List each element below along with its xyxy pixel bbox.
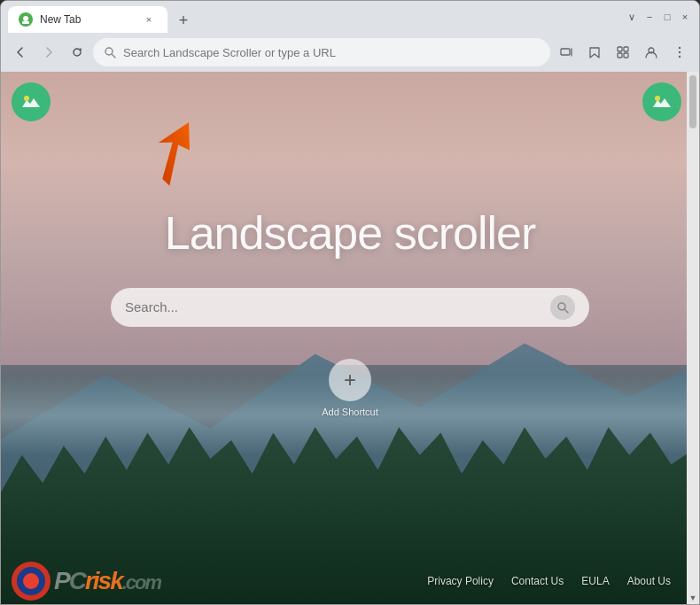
arrow-indicator — [152, 120, 222, 195]
search-input[interactable] — [125, 299, 541, 314]
add-shortcut-circle: + — [329, 359, 371, 401]
landscape-logo-icon — [19, 89, 43, 114]
address-search-icon — [104, 46, 116, 58]
tab-title: New Tab — [40, 13, 134, 26]
tab-close-button[interactable]: × — [141, 12, 157, 27]
privacy-policy-link[interactable]: Privacy Policy — [427, 575, 494, 587]
page-logo-topleft[interactable] — [12, 82, 51, 121]
svg-line-19 — [564, 309, 568, 313]
browser-toolbar — [1, 33, 699, 72]
toolbar-actions — [554, 40, 692, 65]
svg-rect-1 — [22, 21, 29, 24]
footer-brand-text: PCrisk.com — [54, 567, 160, 595]
extensions-button[interactable] — [611, 40, 635, 65]
svg-rect-8 — [624, 53, 628, 58]
scroll-down-arrow[interactable]: ▼ — [687, 592, 699, 604]
scrollbar[interactable]: ▼ — [687, 72, 699, 604]
page-logo-topright[interactable] — [642, 82, 681, 121]
svg-point-15 — [649, 89, 674, 114]
svg-point-14 — [24, 96, 29, 101]
url-input[interactable] — [123, 46, 540, 59]
search-button[interactable] — [550, 295, 575, 320]
address-bar[interactable] — [93, 38, 550, 66]
search-icon — [556, 301, 569, 314]
svg-point-0 — [23, 16, 28, 21]
window-minimize-button[interactable]: − — [642, 10, 657, 24]
svg-point-10 — [679, 47, 681, 49]
eula-link[interactable]: EULA — [581, 575, 609, 587]
search-bar[interactable] — [111, 288, 589, 327]
arrow-icon — [152, 120, 222, 191]
add-shortcut-button[interactable]: + Add Shortcut — [322, 359, 378, 417]
browser-window: New Tab × + ∨ − □ × — [0, 0, 700, 605]
window-maximize-button[interactable]: □ — [660, 10, 674, 24]
contact-us-link[interactable]: Contact Us — [511, 575, 564, 587]
new-tab-button[interactable]: + — [171, 8, 196, 33]
new-tab-page: Landscape scroller + Add Shortcut — [1, 72, 699, 604]
window-close-button[interactable]: × — [678, 10, 692, 24]
browser-content: Landscape scroller + Add Shortcut — [1, 72, 699, 604]
svg-point-11 — [679, 51, 681, 53]
add-shortcut-icon: + — [344, 368, 356, 392]
active-tab[interactable]: New Tab × — [8, 6, 167, 33]
svg-point-16 — [655, 96, 660, 101]
svg-rect-7 — [618, 53, 622, 58]
cast-button[interactable] — [554, 40, 579, 65]
svg-line-3 — [112, 54, 115, 58]
footer-logo: PCrisk.com — [12, 562, 160, 601]
svg-point-12 — [679, 56, 681, 58]
forward-button[interactable] — [36, 40, 61, 65]
bookmark-button[interactable] — [582, 40, 607, 65]
svg-point-13 — [19, 89, 43, 114]
pcrisk-logo — [12, 562, 51, 601]
page-brand-title: Landscape scroller — [165, 206, 535, 260]
menu-button[interactable] — [667, 40, 692, 65]
landscape-logo-tr-icon — [649, 89, 674, 114]
tab-strip: New Tab × + — [8, 1, 621, 33]
page-footer: PCrisk.com Privacy Policy Contact Us EUL… — [1, 558, 681, 604]
profile-button[interactable] — [639, 40, 664, 65]
scrollbar-thumb[interactable] — [689, 75, 696, 128]
title-bar: New Tab × + ∨ − □ × — [1, 1, 699, 33]
tab-favicon — [19, 12, 33, 27]
about-us-link[interactable]: About Us — [627, 575, 671, 587]
footer-links: Privacy Policy Contact Us EULA About Us — [427, 575, 671, 587]
main-content-area: Landscape scroller + Add Shortcut — [1, 72, 699, 604]
svg-marker-17 — [152, 122, 207, 187]
svg-rect-6 — [624, 47, 628, 51]
add-shortcut-label: Add Shortcut — [322, 407, 378, 417]
svg-rect-5 — [618, 47, 622, 51]
window-controls: ∨ − □ × — [625, 10, 692, 24]
window-chevron-button[interactable]: ∨ — [625, 10, 639, 24]
svg-rect-4 — [561, 49, 570, 55]
reload-button[interactable] — [65, 40, 89, 65]
back-button[interactable] — [8, 40, 33, 65]
